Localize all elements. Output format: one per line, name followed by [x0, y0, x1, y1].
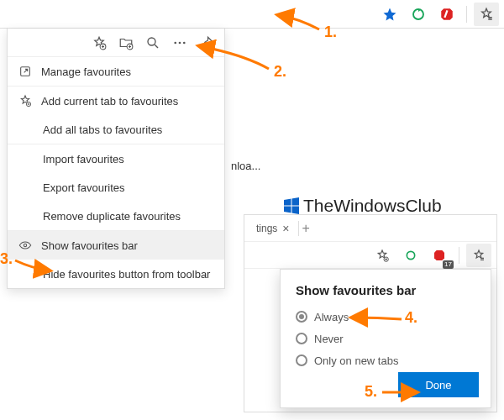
menu-remove-duplicates[interactable]: Remove duplicate favourites — [8, 202, 224, 230]
close-icon[interactable]: × — [282, 223, 289, 234]
svg-point-4 — [148, 38, 155, 45]
annotation-2: 2. — [274, 63, 286, 81]
watermark-text: TheWindowsClub — [303, 196, 442, 216]
radio-option-never[interactable]: Never — [296, 328, 477, 349]
menu-item-label: Remove duplicate favourites — [43, 210, 181, 223]
star-add-icon[interactable] — [370, 244, 395, 267]
browser-toolbar — [0, 0, 504, 29]
show-favourites-bar-popup: Show favourites bar Always Never Only on… — [280, 269, 491, 408]
radio-label: Only on new tabs — [314, 354, 398, 367]
popup-title: Show favourites bar — [296, 283, 477, 297]
menu-add-current-tab[interactable]: Add current tab to favourites — [8, 87, 224, 115]
adblock-icon[interactable] — [434, 3, 459, 26]
menu-item-label: Import favourites — [43, 153, 124, 165]
menu-show-favourites-bar[interactable]: Show favourites bar — [8, 231, 224, 260]
search-icon[interactable] — [144, 34, 162, 52]
radio-label: Always — [314, 311, 349, 323]
new-tab-button[interactable]: + — [302, 221, 310, 236]
blocked-count-badge: 17 — [443, 260, 454, 269]
menu-import-favourites[interactable]: Import favourites — [8, 144, 224, 173]
refresh-icon[interactable] — [406, 3, 431, 26]
favourites-menu-iconrow — [8, 29, 224, 57]
tab-label: tings — [256, 223, 277, 234]
menu-manage-favourites[interactable]: Manage favourites — [8, 57, 224, 86]
favourites-menu: Manage favourites Add current tab to fav… — [7, 29, 225, 289]
svg-point-7 — [183, 41, 186, 44]
menu-item-label: Manage favourites — [41, 66, 131, 78]
watermark: TheWindowsClub — [281, 196, 442, 216]
tab-bar: tings × + — [244, 215, 496, 242]
secondary-toolbar: 17 — [244, 242, 496, 269]
radio-label: Never — [314, 333, 344, 345]
radio-icon — [296, 354, 307, 366]
pin-icon[interactable] — [197, 34, 216, 52]
favourites-list-button[interactable] — [474, 3, 499, 26]
menu-item-label: Add current tab to favourites — [41, 95, 178, 108]
folder-add-icon[interactable] — [117, 34, 135, 52]
radio-icon — [296, 333, 307, 344]
star-add-icon[interactable] — [90, 34, 108, 52]
svg-point-5 — [174, 41, 176, 44]
button-label: Done — [425, 379, 451, 391]
toolbar-separator — [459, 247, 459, 264]
menu-item-label: Hide favourites button from toolbar — [43, 268, 210, 281]
menu-export-favourites[interactable]: Export favourites — [8, 173, 224, 202]
radio-icon — [296, 311, 307, 323]
secondary-browser-window: tings × + 17 Show favourites bar Always … — [244, 214, 497, 412]
eye-icon — [18, 238, 33, 253]
star-filled-icon[interactable] — [377, 3, 402, 26]
browser-tab[interactable]: tings × — [251, 219, 298, 238]
adblock-icon[interactable]: 17 — [427, 244, 452, 267]
more-icon[interactable] — [171, 34, 189, 52]
menu-item-label: Export favourites — [43, 181, 125, 194]
background-text-fragment: nloa... — [231, 160, 260, 172]
done-button[interactable]: Done — [398, 372, 479, 397]
radio-option-newtabs[interactable]: Only on new tabs — [296, 349, 477, 371]
favourites-list-button[interactable] — [466, 244, 491, 267]
radio-option-always[interactable]: Always — [296, 306, 477, 328]
svg-point-10 — [24, 244, 26, 246]
open-external-icon — [18, 64, 33, 79]
svg-point-12 — [407, 251, 414, 259]
tab-separator — [298, 221, 299, 236]
menu-add-all-tabs[interactable]: Add all tabs to favourites — [8, 115, 224, 144]
star-add-icon — [18, 93, 33, 108]
toolbar-separator — [466, 6, 467, 23]
menu-item-label: Add all tabs to favourites — [43, 123, 162, 136]
svg-point-6 — [179, 41, 181, 44]
refresh-icon[interactable] — [398, 244, 423, 267]
menu-item-label: Show favourites bar — [41, 239, 138, 252]
menu-hide-favourites-button[interactable]: Hide favourites button from toolbar — [8, 260, 224, 288]
windowsclub-logo-icon — [281, 196, 302, 216]
